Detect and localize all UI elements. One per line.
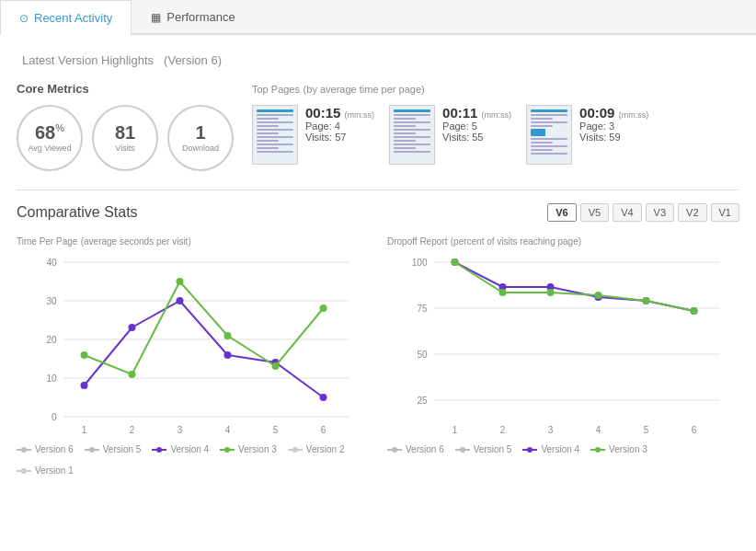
- avg-viewed-label: Avg Viewed: [28, 143, 71, 153]
- list-item: 00:11 (mm:ss) Page: 5 Visits: 55: [389, 105, 511, 165]
- svg-text:3: 3: [548, 425, 554, 435]
- svg-text:1: 1: [82, 425, 87, 435]
- svg-point-23: [129, 371, 136, 378]
- metrics-row: Core Metrics 68% Avg Viewed 81 Visits 1 …: [17, 82, 739, 171]
- pages-row: 00:15 (mm:ss) Page: 4 Visits: 57: [252, 105, 739, 165]
- legend-version1-tpp: Version 1: [17, 465, 74, 476]
- svg-point-18: [177, 297, 184, 304]
- legend-version5-tpp: Version 5: [85, 444, 142, 454]
- section-divider: [17, 189, 739, 190]
- version-btn-v4[interactable]: V4: [613, 203, 641, 222]
- svg-point-49: [499, 289, 507, 296]
- svg-point-53: [691, 307, 698, 315]
- legend-version6-tpp: Version 6: [17, 444, 74, 454]
- legend-version4-tpp: Version 4: [152, 444, 209, 454]
- legend-version6-dr: Version 6: [387, 444, 444, 454]
- dropoff-svg: 100 75 50 25 1 2 3 4 5 6: [387, 253, 739, 437]
- version-buttons: V6 V5 V4 V3 V2 V1: [547, 203, 739, 222]
- circles-row: 68% Avg Viewed 81 Visits 1 Download: [17, 105, 234, 171]
- time-per-page-chart: Time Per Page (average seconds per visit…: [17, 235, 369, 476]
- core-metrics-title: Core Metrics: [17, 82, 234, 96]
- svg-point-51: [595, 292, 602, 299]
- legend-dot-v4-dr: [522, 449, 537, 451]
- svg-text:0: 0: [52, 412, 57, 422]
- legend-dot-v5-tpp: [85, 449, 99, 451]
- dropoff-svg-wrap: 100 75 50 25 1 2 3 4 5 6: [387, 253, 739, 437]
- legend-dot-v3-dr: [590, 449, 605, 451]
- svg-point-27: [320, 304, 327, 312]
- time-per-page-svg: 40 30 20 10 0 1 2 3 4 5 6: [17, 253, 369, 437]
- svg-text:4: 4: [225, 425, 231, 435]
- comparative-stats-title: Comparative Stats: [17, 204, 138, 221]
- version-btn-v2[interactable]: V2: [678, 203, 706, 222]
- svg-point-22: [81, 351, 88, 359]
- list-item: 00:09 (mm:ss) Page: 3 Visits: 59: [526, 105, 648, 165]
- download-metric: 1 Download: [167, 105, 234, 171]
- highlights-title-text: Latest Version Highlights: [22, 53, 154, 67]
- svg-text:6: 6: [321, 425, 326, 435]
- svg-text:4: 4: [596, 425, 601, 435]
- page-time-2: 00:11 (mm:ss): [442, 105, 511, 121]
- list-item: 00:15 (mm:ss) Page: 4 Visits: 57: [252, 105, 374, 165]
- page-thumb-3: [526, 105, 572, 165]
- performance-icon: ▦: [151, 11, 161, 24]
- legend-dot-v6-tpp: [17, 449, 31, 451]
- svg-text:2: 2: [500, 425, 506, 435]
- svg-text:2: 2: [130, 425, 135, 435]
- download-value: 1: [195, 123, 205, 142]
- page-time-3: 00:09 (mm:ss): [579, 105, 648, 121]
- recent-activity-icon: ⊙: [19, 12, 29, 25]
- svg-text:75: 75: [417, 304, 428, 314]
- dropoff-report-title: Dropoff Report (percent of visits reachi…: [387, 235, 739, 247]
- svg-text:5: 5: [644, 425, 649, 435]
- top-pages-title: Top Pages (by average time per page): [252, 82, 739, 96]
- legend-dot-v2-tpp: [288, 449, 303, 451]
- legend-version5-dr: Version 5: [455, 444, 512, 454]
- visits-metric: 81 Visits: [92, 105, 158, 171]
- tab-performance[interactable]: ▦ Performance: [132, 0, 254, 33]
- visits-value: 81: [115, 123, 135, 142]
- svg-point-17: [129, 324, 136, 331]
- time-per-page-legend: Version 6 Version 5 Version 4 Version 3 …: [17, 444, 369, 476]
- svg-point-50: [547, 289, 555, 296]
- tab-performance-label: Performance: [166, 10, 235, 24]
- svg-text:100: 100: [412, 258, 428, 268]
- main-content: Latest Version Highlights (Version 6) Co…: [0, 35, 756, 490]
- dropoff-report-chart: Dropoff Report (percent of visits reachi…: [387, 235, 739, 476]
- legend-version3-dr: Version 3: [590, 444, 647, 454]
- dropoff-legend: Version 6 Version 5 Version 4 Version 3: [387, 444, 739, 454]
- svg-text:50: 50: [417, 350, 428, 360]
- page-thumb-2: [389, 105, 435, 165]
- core-metrics-panel: Core Metrics 68% Avg Viewed 81 Visits 1 …: [17, 82, 234, 171]
- time-per-page-svg-wrap: 40 30 20 10 0 1 2 3 4 5 6: [17, 253, 369, 437]
- version-btn-v5[interactable]: V5: [580, 203, 609, 222]
- top-pages-panel: Top Pages (by average time per page): [252, 82, 739, 171]
- avg-viewed-value: 68%: [35, 123, 64, 142]
- comparative-stats-header: Comparative Stats V6 V5 V4 V3 V2 V1: [17, 203, 739, 222]
- legend-dot-v4-tpp: [152, 449, 166, 451]
- svg-text:25: 25: [417, 396, 428, 406]
- highlights-title: Latest Version Highlights (Version 6): [17, 50, 739, 69]
- page-stats-1: 00:15 (mm:ss) Page: 4 Visits: 57: [305, 105, 374, 143]
- version-btn-v1[interactable]: V1: [711, 203, 739, 222]
- legend-dot-v5-dr: [455, 449, 470, 451]
- svg-text:40: 40: [46, 258, 57, 268]
- highlights-version: (Version 6): [164, 53, 222, 67]
- tab-recent-activity[interactable]: ⊙ Recent Activity: [0, 0, 132, 35]
- legend-dot-v6-dr: [387, 449, 402, 451]
- legend-version4-dr: Version 4: [522, 444, 579, 454]
- svg-point-52: [643, 297, 650, 304]
- version-btn-v6[interactable]: V6: [547, 203, 576, 222]
- page-stats-3: 00:09 (mm:ss) Page: 3 Visits: 59: [579, 105, 648, 143]
- svg-text:20: 20: [46, 335, 57, 345]
- charts-row: Time Per Page (average seconds per visit…: [17, 235, 739, 476]
- version-btn-v3[interactable]: V3: [646, 203, 674, 222]
- svg-point-19: [224, 351, 232, 359]
- svg-text:6: 6: [692, 425, 697, 435]
- svg-text:1: 1: [452, 425, 458, 435]
- visits-label: Visits: [115, 143, 134, 153]
- svg-text:30: 30: [46, 296, 57, 306]
- svg-text:10: 10: [46, 373, 57, 384]
- page-stats-2: 00:11 (mm:ss) Page: 5 Visits: 55: [442, 105, 511, 143]
- svg-point-48: [452, 258, 459, 266]
